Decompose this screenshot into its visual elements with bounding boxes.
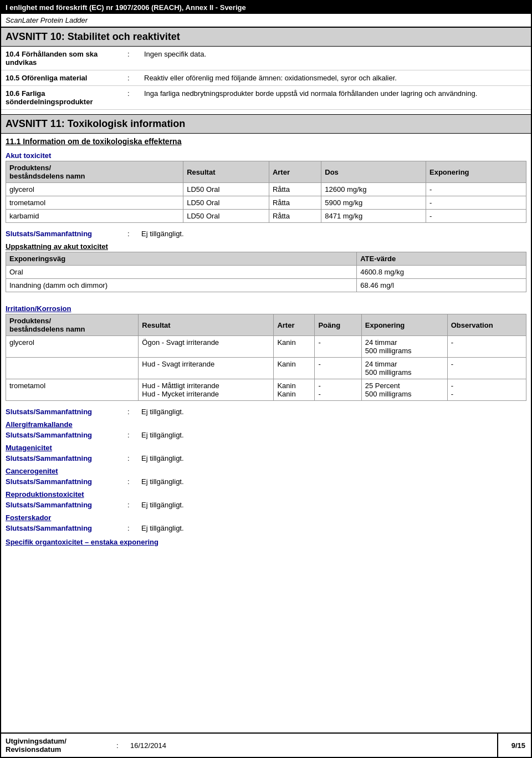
item-10-4-label: 10.4 Förhållanden som ska undvikas <box>6 50 98 67</box>
akut-resultat: LD50 Oral <box>183 196 269 210</box>
product-name: ScanLater Protein Ladder <box>6 16 88 24</box>
ate-value: 4600.8 mg/kg <box>357 266 526 279</box>
akut-exponering: - <box>426 183 526 196</box>
item-10-6-colon: : <box>127 89 130 98</box>
cancerogenitet-title: Cancerogenitet <box>6 467 58 475</box>
table-row: Hud - Svagt irriterande Kanin - 24 timma… <box>6 358 526 379</box>
table-row: Inandning (damm och dimmor) 68.46 mg/l <box>6 279 526 292</box>
item-10-4-colon: : <box>127 50 130 58</box>
akut-namn: karbamid <box>6 210 183 223</box>
table-row: Oral 4600.8 mg/kg <box>6 266 526 279</box>
col-exponeringsväg: Exponeringsväg <box>6 252 357 266</box>
footer-date-colon: : <box>116 741 119 750</box>
table-row: trometamol LD50 Oral Råtta 5900 mg/kg - <box>6 196 526 210</box>
irr-poang-trometamol: -- <box>315 379 361 401</box>
irr-obs1: - <box>447 336 526 358</box>
slutsats-mutagen: Slutsats/Sammanfattning : Ej tillgänglig… <box>1 452 531 465</box>
irr-exp1: 24 timmar500 milligrams <box>361 336 447 358</box>
slutsats-foster-label: Slutsats/Sammanfattning <box>6 524 92 532</box>
header-title: I enlighet med föreskrift (EC) nr 1907/2… <box>6 3 246 12</box>
irr-col-observation: Observation <box>447 314 526 336</box>
reproduktionstoxicitet-title: Reproduktionstoxicitet <box>6 490 84 498</box>
slutsats-akut-value: Ej tillgängligt. <box>141 230 184 238</box>
slutsats-cancer-value: Ej tillgängligt. <box>141 477 184 486</box>
ate-vag: Inandning (damm och dimmor) <box>6 279 357 292</box>
section10-title: AVSNITT 10: Stabilitet och reaktivitet <box>1 27 531 47</box>
irr-arter-trometamol: KaninKanin <box>274 379 315 401</box>
item-10-6-value: Inga farliga nedbrytningsprodukter borde… <box>144 89 477 98</box>
irr-namn-glycerol2 <box>6 358 139 379</box>
allergiframkallande-title: Allergiframkallande <box>6 420 73 429</box>
uppskattning-title: Uppskattning av akut toxicitet <box>1 240 531 252</box>
akut-toxicitet-table: Produktens/beståndsdelens namn Resultat … <box>6 161 526 223</box>
slutsats-irr-label: Slutsats/Sammanfattning <box>6 408 92 416</box>
irr-resultat-ogon: Ögon - Svagt irriterande <box>139 336 274 358</box>
subsection-11-1: 11.1 Information om de toxikologiska eff… <box>1 134 531 149</box>
akut-exponering: - <box>426 196 526 210</box>
irr-col-namn: Produktens/beståndsdelens namn <box>6 314 139 336</box>
slutsats-allergi-label: Slutsats/Sammanfattning <box>6 431 92 439</box>
footer-date-label: Utgivningsdatum/Revisionsdatum <box>6 737 66 754</box>
item-10-5-value: Reaktiv eller oförenlig med följande ämn… <box>144 74 397 82</box>
irr-col-arter: Arter <box>274 314 315 336</box>
col-exponering: Exponering <box>426 161 526 183</box>
slutsats-cancer-label: Slutsats/Sammanfattning <box>6 477 92 486</box>
slutsats-repro-value: Ej tillgängligt. <box>141 501 184 509</box>
table-row: glycerol LD50 Oral Råtta 12600 mg/kg - <box>6 183 526 196</box>
irr-col-poang: Poäng <box>315 314 361 336</box>
footer-date-value: 16/12/2014 <box>130 741 166 750</box>
slutsats-allergi-value: Ej tillgängligt. <box>141 431 184 439</box>
table-row: karbamid LD50 Oral Råtta 8471 mg/kg - <box>6 210 526 223</box>
irr-obs-trometamol: -- <box>447 379 526 401</box>
akut-dos: 5900 mg/kg <box>321 196 426 210</box>
slutsats-mutagen-label: Slutsats/Sammanfattning <box>6 454 92 462</box>
table-row: glycerol Ögon - Svagt irriterande Kanin … <box>6 336 526 358</box>
uppskattning-table: Exponeringsväg ATE-värde Oral 4600.8 mg/… <box>6 252 526 292</box>
slutsats-mutagen-value: Ej tillgängligt. <box>141 454 184 462</box>
header-bar: I enlighet med föreskrift (EC) nr 1907/2… <box>1 1 531 14</box>
akut-dos: 8471 mg/kg <box>321 210 426 223</box>
item-10-6-label2: sönderdelningsprodukter <box>6 98 93 106</box>
col-ate-värde: ATE-värde <box>357 252 526 266</box>
col-dos: Dos <box>321 161 426 183</box>
akut-namn: glycerol <box>6 183 183 196</box>
slutsats-repro-label: Slutsats/Sammanfattning <box>6 501 92 509</box>
akut-dos: 12600 mg/kg <box>321 183 426 196</box>
akut-resultat: LD50 Oral <box>183 183 269 196</box>
akut-toxicitet-title: Akut toxicitet <box>1 149 531 161</box>
akut-arter: Råtta <box>269 210 321 223</box>
akut-arter: Råtta <box>269 183 321 196</box>
irr-resultat-hud-svagt: Hud - Svagt irriterande <box>139 358 274 379</box>
irr-namn-trometamol: trometamol <box>6 379 139 401</box>
irr-exp-trometamol: 25 Percent500 milligrams <box>361 379 447 401</box>
irr-arter-kanin2: Kanin <box>274 358 315 379</box>
slutsats-akut-label: Slutsats/Sammanfattning <box>6 230 92 238</box>
footer-page-number: 9/15 <box>511 741 525 750</box>
ate-vag: Oral <box>6 266 357 279</box>
col-namn: Produktens/beståndsdelens namn <box>6 161 183 183</box>
section11-title: AVSNITT 11: Toxikologisk information <box>1 114 531 134</box>
col-resultat: Resultat <box>183 161 269 183</box>
footer: Utgivningsdatum/Revisionsdatum : 16/12/2… <box>1 732 531 757</box>
slutsats-foster-value: Ej tillgängligt. <box>141 524 184 532</box>
akut-resultat: LD50 Oral <box>183 210 269 223</box>
specifik-organtoxicitet-title: Specifik organtoxicitet – enstaka expone… <box>6 538 158 546</box>
irritation-table-wrapper: Produktens/beståndsdelens namn Resultat … <box>1 314 531 405</box>
irr-resultat-trometamol: Hud - Måttligt irriterandeHud - Mycket i… <box>139 379 274 401</box>
table-row: trometamol Hud - Måttligt irriterandeHud… <box>6 379 526 401</box>
item-10-6: 10.6 Farliga sönderdelningsprodukter : I… <box>1 86 531 110</box>
irr-arter-kanin1: Kanin <box>274 336 315 358</box>
irritation-table: Produktens/beståndsdelens namn Resultat … <box>6 314 526 401</box>
footer-date-area: Utgivningsdatum/Revisionsdatum : 16/12/2… <box>1 734 498 757</box>
irr-obs2: - <box>447 358 526 379</box>
irr-poang1: - <box>315 336 361 358</box>
irr-namn-glycerol: glycerol <box>6 336 139 358</box>
uppskattning-table-wrapper: Exponeringsväg ATE-värde Oral 4600.8 mg/… <box>1 252 531 301</box>
mutagenicitet-title: Mutagenicitet <box>6 444 52 452</box>
irr-col-resultat: Resultat <box>139 314 274 336</box>
akut-arter: Råtta <box>269 196 321 210</box>
slutsats-allergi: Slutsats/Sammanfattning : Ej tillgänglig… <box>1 429 531 441</box>
slutsats-irritation: Slutsats/Sammanfattning : Ej tillgänglig… <box>1 405 531 418</box>
slutsats-repro: Slutsats/Sammanfattning : Ej tillgänglig… <box>1 498 531 511</box>
col-arter: Arter <box>269 161 321 183</box>
